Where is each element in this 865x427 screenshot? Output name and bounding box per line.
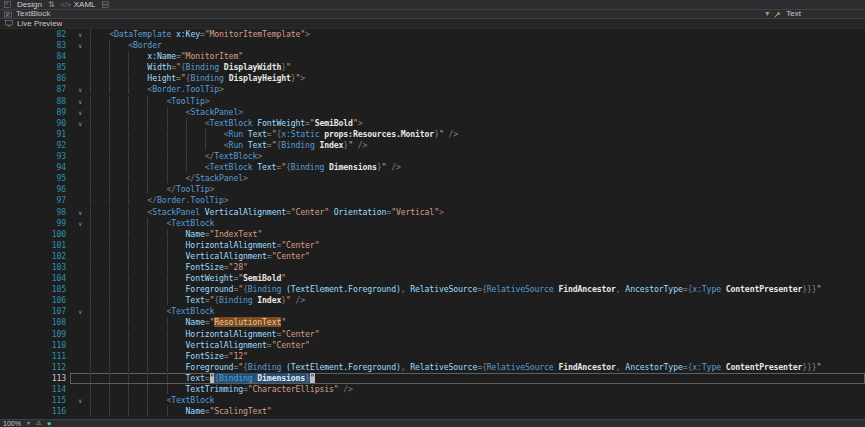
- code-text[interactable]: Text="{Binding Dimensions}": [90, 373, 865, 384]
- code-line-108[interactable]: 108 Name="ResolutionText": [0, 317, 865, 328]
- code-text[interactable]: VerticalAlignment="Center": [90, 340, 865, 351]
- code-line-105[interactable]: 105 Foreground="{Binding (TextElement.Fo…: [0, 284, 865, 295]
- code-line-112[interactable]: 112 Foreground="{Binding (TextElement.Fo…: [0, 362, 865, 373]
- code-text[interactable]: <Run Text="{Binding Index}" />: [90, 140, 865, 151]
- code-line-95[interactable]: 95 </StackPanel>: [0, 173, 865, 184]
- code-line-86[interactable]: 86 Height="{Binding DisplayHeight}">: [0, 73, 865, 84]
- code-text[interactable]: <TextBlock: [90, 395, 865, 406]
- fold-chevron-icon[interactable]: ∨: [70, 96, 90, 107]
- code-line-97[interactable]: 97 </Border.ToolTip>: [0, 195, 865, 206]
- swap-panes-icon[interactable]: ⇅: [48, 0, 55, 9]
- code-text[interactable]: FontSize="12": [90, 351, 865, 362]
- code-text[interactable]: Width="{Binding DisplayWidth}": [90, 62, 865, 73]
- line-number[interactable]: 83: [0, 40, 70, 51]
- code-line-110[interactable]: 110 VerticalAlignment="Center": [0, 340, 865, 351]
- line-number[interactable]: 93: [0, 151, 70, 162]
- code-text[interactable]: Name="ResolutionText": [90, 317, 865, 328]
- fold-chevron-icon[interactable]: ∨: [70, 29, 90, 40]
- code-line-89[interactable]: 89∨ <StackPanel>: [0, 107, 865, 118]
- code-text[interactable]: <DataTemplate x:Key="MonitorItemTemplate…: [90, 29, 865, 40]
- code-text[interactable]: Height="{Binding DisplayHeight}">: [90, 73, 865, 84]
- code-line-92[interactable]: 92 <Run Text="{Binding Index}" />: [0, 140, 865, 151]
- code-line-88[interactable]: 88∨ <ToolTip>: [0, 96, 865, 107]
- code-text[interactable]: </ToolTip>: [90, 184, 865, 195]
- code-text[interactable]: <StackPanel VerticalAlignment="Center" O…: [90, 207, 865, 218]
- fold-chevron-icon[interactable]: ∨: [70, 306, 90, 317]
- line-number[interactable]: 111: [0, 351, 70, 362]
- design-tab-label[interactable]: Design: [17, 0, 42, 9]
- code-text[interactable]: <StackPanel>: [90, 107, 865, 118]
- code-text[interactable]: </TextBlock>: [90, 151, 865, 162]
- code-line-111[interactable]: 111 FontSize="12": [0, 351, 865, 362]
- code-line-99[interactable]: 99∨ <TextBlock: [0, 218, 865, 229]
- line-number[interactable]: 102: [0, 251, 70, 262]
- code-text[interactable]: <Border: [90, 40, 865, 51]
- code-line-90[interactable]: 90∨ <TextBlock FontWeight="SemiBold">: [0, 118, 865, 129]
- code-line-102[interactable]: 102 VerticalAlignment="Center": [0, 251, 865, 262]
- tab-xaml[interactable]: </> XAML: [61, 0, 96, 9]
- line-number[interactable]: 114: [0, 384, 70, 395]
- code-line-87[interactable]: 87∨ <Border.ToolTip>: [0, 84, 865, 95]
- code-line-104[interactable]: 104 FontWeight="SemiBold": [0, 273, 865, 284]
- code-text[interactable]: FontSize="28": [90, 262, 865, 273]
- code-line-116[interactable]: 116 Name="ScalingText": [0, 406, 865, 417]
- line-number[interactable]: 100: [0, 229, 70, 240]
- code-text[interactable]: </Border.ToolTip>: [90, 195, 865, 206]
- warning-icon[interactable]: ⚠: [36, 420, 41, 427]
- line-number[interactable]: 106: [0, 295, 70, 306]
- code-text[interactable]: Text="{Binding Index}" />: [90, 295, 865, 306]
- line-number[interactable]: 115: [0, 395, 70, 406]
- code-text[interactable]: <TextBlock Text="{Binding Dimensions}" /…: [90, 162, 865, 173]
- code-line-107[interactable]: 107∨ <TextBlock: [0, 306, 865, 317]
- code-text[interactable]: VerticalAlignment="Center": [90, 251, 865, 262]
- line-number[interactable]: 103: [0, 262, 70, 273]
- code-text[interactable]: <ToolTip>: [90, 96, 865, 107]
- code-line-103[interactable]: 103 FontSize="28": [0, 262, 865, 273]
- line-number[interactable]: 89: [0, 107, 70, 118]
- code-line-84[interactable]: 84 x:Name="MonitorItem": [0, 51, 865, 62]
- line-number[interactable]: 101: [0, 240, 70, 251]
- line-number[interactable]: 94: [0, 162, 70, 173]
- line-number[interactable]: 97: [0, 195, 70, 206]
- code-text[interactable]: HorizontalAlignment="Center": [90, 240, 865, 251]
- code-text[interactable]: Foreground="{Binding (TextElement.Foregr…: [90, 284, 865, 295]
- fold-chevron-icon[interactable]: ∨: [70, 118, 90, 129]
- line-number[interactable]: 88: [0, 96, 70, 107]
- code-line-82[interactable]: 82∨ <DataTemplate x:Key="MonitorItemTemp…: [0, 29, 865, 40]
- line-number[interactable]: 99: [0, 218, 70, 229]
- line-number[interactable]: 107: [0, 306, 70, 317]
- fold-chevron-icon[interactable]: ∨: [70, 40, 90, 51]
- code-text[interactable]: <TextBlock: [90, 306, 865, 317]
- line-number[interactable]: 84: [0, 51, 70, 62]
- line-number[interactable]: 98: [0, 207, 70, 218]
- code-line-109[interactable]: 109 HorizontalAlignment="Center": [0, 329, 865, 340]
- code-line-93[interactable]: 93 </TextBlock>: [0, 151, 865, 162]
- code-line-113[interactable]: 113 Text="{Binding Dimensions}": [0, 373, 865, 384]
- code-text[interactable]: TextTrimming="CharacterEllipsis" />: [90, 384, 865, 395]
- line-number[interactable]: 113: [0, 373, 70, 384]
- wrench-icon[interactable]: [774, 11, 781, 18]
- code-line-94[interactable]: 94 <TextBlock Text="{Binding Dimensions}…: [0, 162, 865, 173]
- zoom-level[interactable]: 100%: [3, 420, 21, 427]
- code-text[interactable]: <TextBlock FontWeight="SemiBold">: [90, 118, 865, 129]
- code-editor[interactable]: 82∨ <DataTemplate x:Key="MonitorItemTemp…: [0, 29, 865, 419]
- code-text[interactable]: HorizontalAlignment="Center": [90, 329, 865, 340]
- code-text[interactable]: <Border.ToolTip>: [90, 84, 865, 95]
- fold-chevron-icon[interactable]: ∨: [70, 107, 90, 118]
- fold-chevron-icon[interactable]: ∨: [70, 207, 90, 218]
- code-line-98[interactable]: 98∨ <StackPanel VerticalAlignment="Cente…: [0, 207, 865, 218]
- code-line-100[interactable]: 100 Name="IndexText": [0, 229, 865, 240]
- line-number[interactable]: 110: [0, 340, 70, 351]
- line-number[interactable]: 109: [0, 329, 70, 340]
- code-line-91[interactable]: 91 <Run Text="{x:Static props:Resources.…: [0, 129, 865, 140]
- breadcrumb-action-label[interactable]: Text: [786, 10, 801, 18]
- line-number[interactable]: 105: [0, 284, 70, 295]
- line-number[interactable]: 108: [0, 317, 70, 328]
- code-line-114[interactable]: 114 TextTrimming="CharacterEllipsis" />: [0, 384, 865, 395]
- code-text[interactable]: x:Name="MonitorItem": [90, 51, 865, 62]
- code-text[interactable]: <TextBlock: [90, 218, 865, 229]
- line-number[interactable]: 95: [0, 173, 70, 184]
- code-line-115[interactable]: 115∨ <TextBlock: [0, 395, 865, 406]
- split-view-icon[interactable]: [102, 1, 109, 8]
- line-number[interactable]: 116: [0, 406, 70, 417]
